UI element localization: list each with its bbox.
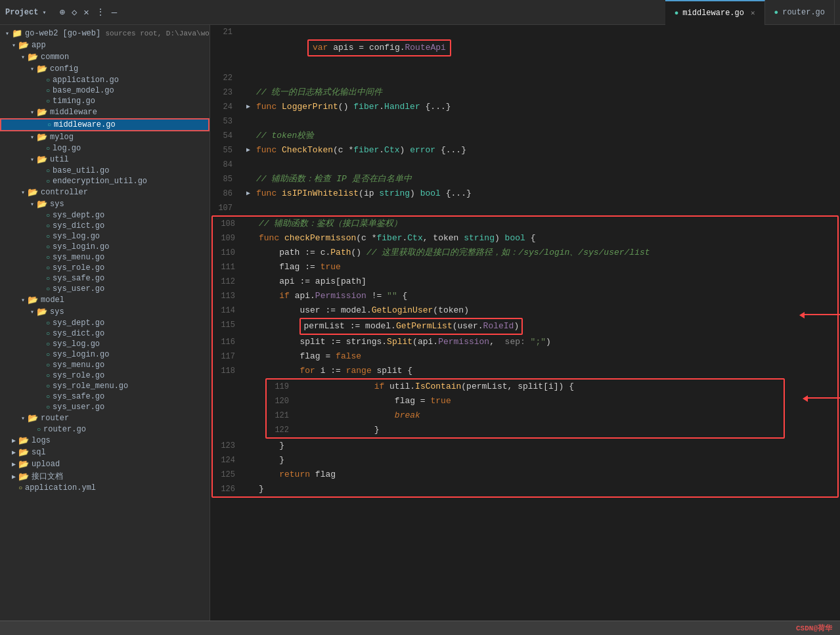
file-icon-m-sys-login: ○ xyxy=(46,351,50,359)
middleware-folder-arrow[interactable]: ▾ xyxy=(28,108,37,116)
tab-router[interactable]: ● router.go xyxy=(765,0,835,25)
sidebar-item-m-sys-dept[interactable]: ○ sys_dept.go xyxy=(0,318,210,328)
file-icon-router: ○ xyxy=(37,426,41,433)
sidebar-item-mylog[interactable]: ▾ 📂 mylog xyxy=(0,131,210,143)
router-go-label: router.go xyxy=(43,425,86,434)
common-arrow[interactable]: ▾ xyxy=(18,53,28,61)
file-icon-log: ○ xyxy=(46,145,50,152)
config-label: config xyxy=(50,64,78,74)
code-line-108: 108 // 辅助函数：鉴权（接口菜单鉴权） xyxy=(213,217,837,231)
sidebar-item-model-sys[interactable]: ▾ 📂 sys xyxy=(0,306,210,318)
line-num-21: 21 xyxy=(210,25,243,39)
base-model-go-label: base_model.go xyxy=(53,86,114,95)
file-icon-application: ○ xyxy=(46,77,50,84)
close-icon[interactable]: ✕ xyxy=(83,7,89,18)
sidebar-item-logs[interactable]: ▶ 📂 logs xyxy=(0,435,210,447)
root-arrow[interactable]: ▾ xyxy=(3,30,12,37)
more-icon[interactable]: ⋮ xyxy=(96,7,105,18)
sidebar-item-m-sys-role[interactable]: ○ sys_role.go xyxy=(0,370,210,381)
sidebar-item-m-sys-user[interactable]: ○ sys_user.go xyxy=(0,402,210,412)
sidebar-item-sys-log.go[interactable]: ○ sys_log.go xyxy=(0,231,210,242)
sidebar-item-m-sys-menu[interactable]: ○ sys_menu.go xyxy=(0,360,210,370)
sidebar-item-timing.go[interactable]: ○ timing.go xyxy=(0,96,210,106)
sidebar-item-log.go[interactable]: ○ log.go xyxy=(0,143,210,154)
upload-folder-icon: 📂 xyxy=(18,459,29,470)
sidebar-item-m-sys-dict[interactable]: ○ sys_dict.go xyxy=(0,328,210,339)
code-line-115: 115 permList := model.GetPermList(user.R… xyxy=(213,318,837,335)
router-folder-icon: 📂 xyxy=(28,413,38,424)
sidebar-item-endecryption.go[interactable]: ○ endecryption_util.go xyxy=(0,176,210,186)
sidebar-item-sys-user.go[interactable]: ○ sys_user.go xyxy=(0,284,210,294)
file-icon-m-sys-safe: ○ xyxy=(46,393,50,401)
main-layout: ▾ 📁 go-web2 [go-web] sources root, D:\Ja… xyxy=(0,25,840,621)
sidebar-root[interactable]: ▾ 📁 go-web2 [go-web] sources root, D:\Ja… xyxy=(0,28,210,39)
sidebar-item-sys-role.go[interactable]: ○ sys_role.go xyxy=(0,263,210,273)
tab-middleware-label: middleware.go xyxy=(682,9,744,18)
sys-ctrl-folder-icon: 📂 xyxy=(37,199,47,209)
sidebar-item-sys-ctrl[interactable]: ▾ 📂 sys xyxy=(0,198,210,210)
tab-middleware-close[interactable]: ✕ xyxy=(751,9,755,17)
sidebar-item-router.go[interactable]: ○ router.go xyxy=(0,424,210,435)
diamond-icon[interactable]: ◇ xyxy=(72,7,77,18)
sidebar-item-base_model.go[interactable]: ○ base_model.go xyxy=(0,85,210,96)
file-icon-sys-dict: ○ xyxy=(46,223,50,230)
config-folder-icon: 📂 xyxy=(37,64,47,74)
upload-label: upload xyxy=(32,460,60,469)
sql-folder-icon: 📂 xyxy=(18,447,29,458)
sidebar-item-application.go[interactable]: ○ application.go xyxy=(0,75,210,85)
fold-arrow-55[interactable]: ▶ xyxy=(243,143,254,158)
code-line-24: 24 ▶ func LoggerPrint() fiber.Handler {.… xyxy=(210,100,840,114)
timing-go-label: timing.go xyxy=(53,97,95,106)
sidebar-item-middleware-folder[interactable]: ▾ 📂 middleware xyxy=(0,106,210,118)
sidebar-item-sys-menu.go[interactable]: ○ sys_menu.go xyxy=(0,252,210,263)
file-icon-sys-login: ○ xyxy=(46,244,50,251)
sidebar-item-upload[interactable]: ▶ 📂 upload xyxy=(0,458,210,470)
sidebar-item-application.yml[interactable]: ○ application.yml xyxy=(0,483,210,493)
code-editor[interactable]: 21 var apis = config.RouteApi 22 23 // 统… xyxy=(210,25,840,621)
config-arrow[interactable]: ▾ xyxy=(28,65,37,73)
file-icon-middleware: ● xyxy=(674,9,679,17)
sidebar-item-router-folder[interactable]: ▾ 📂 router xyxy=(0,412,210,424)
minimize-icon[interactable]: — xyxy=(112,7,117,18)
file-icon-timing: ○ xyxy=(46,98,50,105)
sidebar-item-common[interactable]: ▾ 📂 common xyxy=(0,51,210,63)
file-icon-sys-dept: ○ xyxy=(46,212,50,219)
mylog-label: mylog xyxy=(50,133,74,142)
code-line-84: 84 xyxy=(210,158,840,172)
sidebar-item-app[interactable]: ▾ 📂 app xyxy=(0,39,210,51)
code-line-23: 23 // 统一的日志格式化输出中间件 xyxy=(210,85,840,100)
fold-arrow-86[interactable]: ▶ xyxy=(243,186,254,201)
sidebar-item-config[interactable]: ▾ 📂 config xyxy=(0,63,210,75)
sidebar-item-m-sys-role-menu[interactable]: ○ sys_role_menu.go xyxy=(0,381,210,391)
sidebar-item-util[interactable]: ▾ 📂 util xyxy=(0,154,210,165)
sidebar-item-controller[interactable]: ▾ 📂 controller xyxy=(0,186,210,198)
dropdown-arrow[interactable]: ▾ xyxy=(42,9,46,16)
model-folder-icon: 📂 xyxy=(28,295,38,305)
sidebar-item-model[interactable]: ▾ 📂 model xyxy=(0,294,210,306)
project-title[interactable]: Project xyxy=(5,8,38,17)
tab-middleware[interactable]: ● middleware.go ✕ xyxy=(665,0,765,25)
file-icon-sys-role: ○ xyxy=(46,265,50,272)
file-icon-base-model: ○ xyxy=(46,87,50,95)
file-icon-sys-log: ○ xyxy=(46,233,50,240)
add-icon[interactable]: ⊕ xyxy=(59,7,64,18)
sidebar-item-sys-safe.go[interactable]: ○ sys_safe.go xyxy=(0,273,210,284)
middleware-folder-icon: 📂 xyxy=(37,107,47,118)
sidebar-item-sys-login.go[interactable]: ○ sys_login.go xyxy=(0,242,210,252)
sidebar-item-api-docs[interactable]: ▶ 📂 接口文档 xyxy=(0,470,210,483)
sidebar-item-middleware.go[interactable]: ○ middleware.go xyxy=(0,118,210,131)
code-line-124: 124 } xyxy=(213,453,837,468)
sidebar-item-m-sys-login[interactable]: ○ sys_login.go xyxy=(0,349,210,360)
sidebar-item-sys-dept.go[interactable]: ○ sys_dept.go xyxy=(0,210,210,221)
fold-arrow-24[interactable]: ▶ xyxy=(243,100,254,114)
middleware-go-label: middleware.go xyxy=(54,120,116,129)
sidebar-item-m-sys-safe[interactable]: ○ sys_safe.go xyxy=(0,391,210,402)
sidebar-item-sql[interactable]: ▶ 📂 sql xyxy=(0,447,210,458)
sidebar-item-base_util.go[interactable]: ○ base_util.go xyxy=(0,165,210,176)
sidebar-item-m-sys-log[interactable]: ○ sys_log.go xyxy=(0,339,210,349)
app-arrow[interactable]: ▾ xyxy=(9,41,18,49)
code-line-110: 110 path := c.Path() // 这里获取的是接口的完整路径，如：… xyxy=(213,246,837,260)
base-util-go-label: base_util.go xyxy=(53,166,109,175)
sidebar-item-sys-dict.go[interactable]: ○ sys_dict.go xyxy=(0,221,210,231)
file-icon-sys-menu: ○ xyxy=(46,254,50,261)
